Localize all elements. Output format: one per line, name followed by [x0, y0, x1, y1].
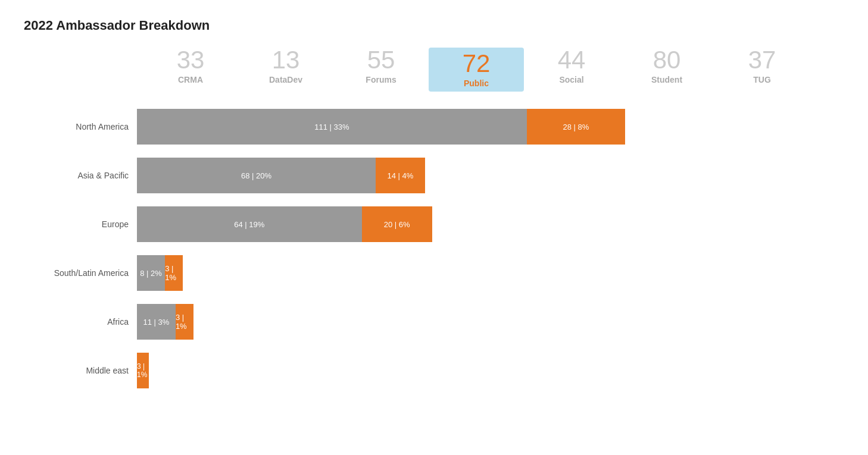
stat-number: 80 — [653, 48, 681, 73]
orange-bar-segment: 14 | 4% — [376, 158, 425, 193]
stat-item-forums: 55Forums — [333, 48, 429, 92]
bar-row: South/Latin America8 | 2%3 | 1% — [24, 250, 844, 296]
gray-bar-segment: 111 | 33% — [137, 109, 527, 145]
bar-row: North America111 | 33%28 | 8% — [24, 103, 844, 150]
bar-row: Middle east3 | 1% — [24, 347, 844, 394]
gray-bar-segment: 68 | 20% — [137, 158, 376, 193]
bars-container: 68 | 20%14 | 4% — [137, 158, 425, 193]
orange-bar-segment: 3 | 1% — [165, 255, 183, 291]
bars-container: 64 | 19%20 | 6% — [137, 206, 432, 242]
orange-bar-segment: 28 | 8% — [527, 109, 625, 145]
stat-number: 44 — [558, 48, 586, 73]
stat-label: Forums — [366, 75, 396, 84]
orange-bar-segment: 3 | 1% — [176, 304, 193, 340]
page-title: 2022 Ambassador Breakdown — [24, 18, 844, 33]
gray-bar-segment: 11 | 3% — [137, 304, 176, 340]
bar-row: Europe64 | 19%20 | 6% — [24, 201, 844, 247]
gray-bar-segment: 8 | 2% — [137, 255, 165, 291]
bars-container: 3 | 1% — [137, 353, 149, 388]
orange-bar-segment: 20 | 6% — [362, 206, 432, 242]
stats-row: 33CRMA13DataDev55Forums72Public44Social8… — [24, 48, 844, 92]
gray-bar-segment: 64 | 19% — [137, 206, 362, 242]
bar-label: Asia & Pacific — [24, 171, 137, 180]
stat-number: 33 — [177, 48, 205, 73]
stat-number: 13 — [272, 48, 300, 73]
orange-bar-segment: 3 | 1% — [137, 353, 149, 388]
stat-item-public: 72Public — [429, 48, 524, 92]
stat-number: 55 — [367, 48, 395, 73]
bars-container: 8 | 2%3 | 1% — [137, 255, 183, 291]
stat-label: DataDev — [269, 75, 302, 84]
stat-item-social: 44Social — [524, 48, 619, 92]
stat-label: CRMA — [178, 75, 203, 84]
bars-container: 11 | 3%3 | 1% — [137, 304, 193, 340]
stat-label: Public — [464, 79, 489, 88]
stat-item-tug: 37TUG — [714, 48, 810, 92]
bar-label: Africa — [24, 317, 137, 327]
bar-row: Asia & Pacific68 | 20%14 | 4% — [24, 152, 844, 199]
stat-number: 72 — [463, 51, 491, 76]
bar-label: Middle east — [24, 366, 137, 375]
stat-item-student: 80Student — [619, 48, 714, 92]
bar-label: North America — [24, 122, 137, 131]
bar-row: Africa11 | 3%3 | 1% — [24, 299, 844, 345]
chart-area: North America111 | 33%28 | 8%Asia & Paci… — [24, 103, 844, 396]
bar-label: South/Latin America — [24, 268, 137, 278]
stat-item-datadev: 13DataDev — [238, 48, 333, 92]
stat-label: TUG — [753, 75, 771, 84]
stat-number: 37 — [748, 48, 776, 73]
stat-label: Social — [559, 75, 583, 84]
stat-item-crma: 33CRMA — [143, 48, 238, 92]
bar-label: Europe — [24, 219, 137, 229]
stat-label: Student — [651, 75, 682, 84]
bars-container: 111 | 33%28 | 8% — [137, 109, 625, 145]
